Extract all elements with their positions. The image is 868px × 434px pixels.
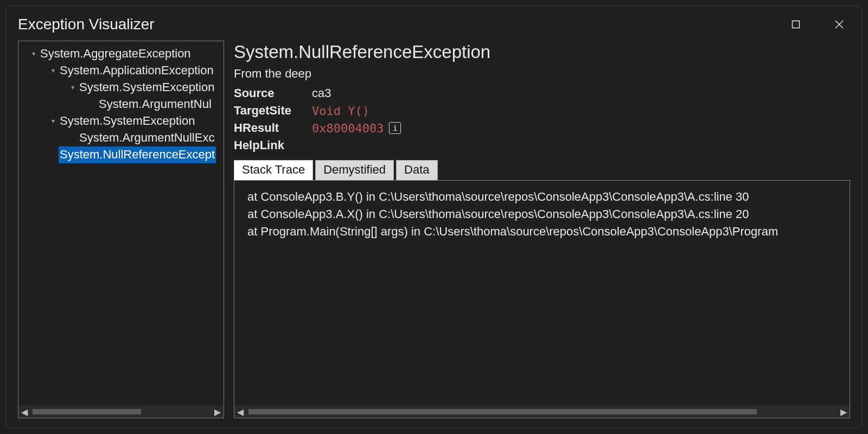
titlebar: Exception Visualizer [6, 6, 862, 41]
tree-item-label: System.SystemException [78, 79, 215, 96]
window-buttons [785, 14, 850, 35]
stack-trace-content[interactable]: at ConsoleApp3.B.Y() in C:\Users\thoma\s… [234, 181, 850, 406]
tree-item[interactable]: ▾System.SystemException [18, 113, 224, 130]
scroll-thumb[interactable] [248, 409, 757, 414]
tree-item[interactable]: ▾System.SystemException [18, 79, 224, 96]
chevron-down-icon[interactable]: ▾ [48, 117, 59, 126]
stack-frame: at ConsoleApp3.A.X() in C:\Users\thoma\s… [247, 206, 837, 223]
scroll-thumb[interactable] [33, 409, 141, 414]
svg-rect-0 [793, 21, 800, 28]
tree-item[interactable]: ▾System.AggregateException [18, 46, 224, 62]
maximize-icon[interactable] [785, 14, 807, 35]
helplink-label: HelpLink [234, 138, 307, 152]
tree-item-label: System.ApplicationException [59, 62, 215, 79]
stack-horizontal-scrollbar[interactable]: ◀ ▶ [234, 406, 850, 418]
tree-item-label: System.ArgumentNul [98, 96, 213, 113]
tree-item-label: System.NullReferenceExcept [59, 146, 216, 163]
tree-item-label: System.ArgumentNullExc [78, 130, 215, 146]
exception-tree[interactable]: ▾System.AggregateException▾System.Applic… [18, 41, 224, 406]
scroll-left-icon[interactable]: ◀ [18, 406, 30, 418]
exception-visualizer-window: Exception Visualizer ▾System.AggregateEx… [5, 5, 863, 429]
tree-item[interactable]: ▾System.ApplicationException [18, 62, 224, 79]
hresult-label: HResult [234, 121, 307, 135]
tab-stack-trace[interactable]: Stack Trace [234, 160, 313, 181]
source-label: Source [234, 86, 307, 100]
tree-horizontal-scrollbar[interactable]: ◀ ▶ [18, 406, 224, 418]
scroll-left-icon[interactable]: ◀ [234, 406, 246, 418]
hresult-value-wrap: 0x80004003 i [312, 122, 850, 135]
window-title: Exception Visualizer [18, 16, 155, 33]
tab-demystified[interactable]: Demystified [315, 160, 394, 181]
tree-item-label: System.SystemException [59, 113, 196, 130]
tree-item-label: System.AggregateException [39, 46, 192, 62]
exception-message: From the deep [234, 67, 850, 81]
chevron-down-icon[interactable]: ▾ [28, 49, 39, 59]
scroll-right-icon[interactable]: ▶ [838, 406, 850, 418]
tree-item[interactable]: System.ArgumentNullExc [18, 130, 224, 146]
exception-detail-panel: System.NullReferenceException From the d… [234, 41, 850, 418]
body: ▾System.AggregateException▾System.Applic… [6, 41, 862, 428]
source-value: ca3 [312, 86, 850, 100]
detail-tabs: Stack Trace Demystified Data [234, 160, 850, 181]
targetsite-label: TargetSite [234, 104, 307, 118]
exception-type-title: System.NullReferenceException [234, 42, 850, 62]
scroll-track[interactable] [30, 408, 212, 416]
scroll-track[interactable] [246, 408, 838, 416]
tree-item[interactable]: System.NullReferenceExcept [18, 146, 224, 163]
exception-properties: Source ca3 TargetSite Void Y() HResult 0… [234, 86, 850, 152]
stack-frame: at ConsoleApp3.B.Y() in C:\Users\thoma\s… [247, 188, 837, 206]
scroll-right-icon[interactable]: ▶ [212, 406, 224, 418]
stack-trace-panel: at ConsoleApp3.B.Y() in C:\Users\thoma\s… [234, 180, 850, 418]
tab-data[interactable]: Data [396, 160, 437, 181]
exception-tree-panel: ▾System.AggregateException▾System.Applic… [18, 41, 224, 418]
hresult-value: 0x80004003 [312, 122, 384, 135]
chevron-down-icon[interactable]: ▾ [48, 66, 59, 75]
targetsite-value: Void Y() [312, 104, 850, 118]
tree-item[interactable]: System.ArgumentNul [18, 96, 224, 113]
close-icon[interactable] [828, 14, 850, 35]
info-icon[interactable]: i [389, 122, 401, 134]
chevron-down-icon[interactable]: ▾ [67, 83, 78, 92]
stack-frame: at Program.Main(String[] args) in C:\Use… [247, 223, 837, 240]
